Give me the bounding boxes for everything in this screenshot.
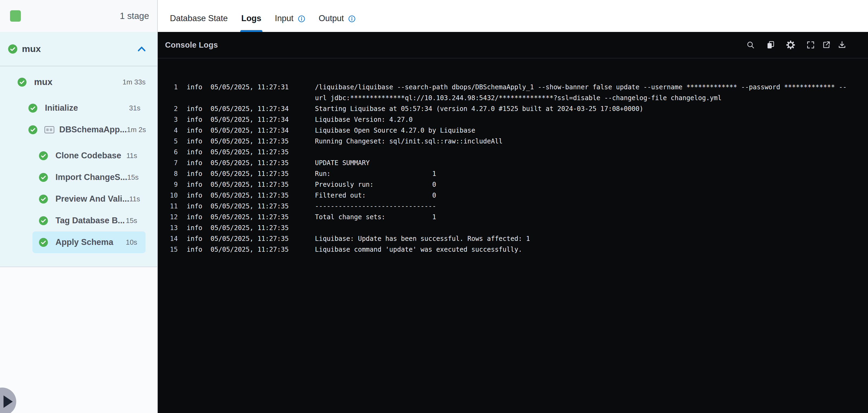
log-row: 2 info 05/05/2025, 11:27:34 Starting Liq… [158,104,868,114]
pipeline-name: mux [22,43,41,54]
success-check-icon [39,238,48,247]
step-row[interactable]: Import ChangeS... 15s [32,167,146,188]
chevron-up-icon[interactable] [137,46,146,52]
step-row[interactable]: Initialize 31s [22,97,146,119]
step-tree: mux 1m 33s Initialize 31s [0,66,157,253]
step-duration: 11s [129,195,140,203]
fullscreen-icon[interactable] [806,40,815,50]
log-row: 14 info 05/05/2025, 11:27:35 Liquibase: … [158,233,868,244]
step-label: mux [34,77,53,87]
log-level: info [187,233,203,244]
log-message: Previously run: 0 [315,179,436,190]
log-message: Filtered out: 0 [315,190,436,201]
step-row[interactable]: Tag Database B... 15s [32,210,146,231]
log-message-line: Run: 1 [315,168,436,179]
log-message-line: Starting Liquibase at 05:57:34 (version … [315,104,644,114]
pipeline-header-row[interactable]: mux [0,32,157,66]
log-message: Starting Liquibase at 05:57:34 (version … [315,104,644,114]
log-message: /liquibase/liquibase --search-path dbops… [315,82,847,104]
log-timestamp: 05/05/2025, 11:27:35 [211,136,289,147]
info-icon[interactable] [298,15,305,23]
step-duration: 15s [127,173,138,182]
tab[interactable]: Database State [170,0,228,32]
log-timestamp: 05/05/2025, 11:27:35 [211,233,289,244]
step-row[interactable]: DBSchemaApp... 1m 2s [22,119,146,141]
log-message: Total change sets: 1 [315,212,436,223]
log-message: Liquibase Version: 4.27.0 [315,114,413,125]
step-duration: 1m 2s [127,125,146,134]
info-icon[interactable] [348,15,355,23]
step-duration: 11s [126,152,137,160]
log-row: 4 info 05/05/2025, 11:27:34 Liquibase Op… [158,125,868,136]
step-label: Tag Database B... [56,216,125,226]
log-line-number: 15 [158,244,178,255]
log-line-number: 4 [158,125,178,136]
success-check-icon [8,45,17,54]
log-row: 13 info 05/05/2025, 11:27:35 [158,223,868,233]
log-message: Liquibase: Update has been successful. R… [315,233,530,244]
step-row[interactable]: Preview And Vali... 11s [32,188,146,210]
log-message-line: Liquibase: Update has been successful. R… [315,233,530,244]
log-message: Running Changeset: sql/init.sql::raw::in… [315,136,503,147]
log-message: UPDATE SUMMARY [315,157,370,168]
step-label: Preview And Vali... [56,194,129,204]
execution-sidebar: mux mux 1m 33s [0,32,158,267]
log-line-number: 8 [158,168,178,179]
log-timestamp: 05/05/2025, 11:27:35 [211,244,289,255]
log-message: ------------------------------- [315,201,436,212]
settings-icon[interactable] [786,40,795,50]
log-level: info [187,244,203,255]
step-label: Import ChangeS... [56,172,127,182]
log-timestamp: 05/05/2025, 11:27:35 [211,201,289,212]
tab[interactable]: Output [319,0,355,32]
step-label: Clone Codebase [56,151,121,160]
log-line-number: 11 [158,201,178,212]
log-level: info [187,168,203,179]
active-tab-underline [240,30,262,32]
log-line-number: 3 [158,114,178,125]
step-label: Initialize [45,103,78,113]
open-in-new-icon[interactable] [822,40,831,50]
log-timestamp: 05/05/2025, 11:27:31 [211,82,289,93]
step-row[interactable]: Clone Codebase 11s [32,145,146,167]
log-row: 9 info 05/05/2025, 11:27:35 Previously r… [158,179,868,190]
log-level: info [187,223,203,233]
download-icon[interactable] [837,40,847,50]
log-area: 1 info 05/05/2025, 11:27:31 /liquibase/l… [158,58,868,255]
copy-icon[interactable] [766,40,775,50]
log-row: 3 info 05/05/2025, 11:27:34 Liquibase Ve… [158,114,868,125]
log-timestamp: 05/05/2025, 11:27:35 [211,223,289,233]
step-row[interactable]: Apply Schema 10s [32,231,146,253]
log-line-number: 13 [158,223,178,233]
tab[interactable]: Input [275,0,305,32]
step-row[interactable]: mux 1m 33s [11,71,146,93]
success-check-icon [39,216,48,225]
log-level: info [187,190,203,201]
log-line-number: 2 [158,104,178,114]
step-duration: 15s [126,216,137,225]
log-timestamp: 05/05/2025, 11:27:35 [211,179,289,190]
step-label: DBSchemaApp... [59,125,127,135]
log-timestamp: 05/05/2025, 11:27:35 [211,147,289,157]
step-duration: 31s [129,104,141,112]
log-timestamp: 05/05/2025, 11:27:35 [211,212,289,223]
tab[interactable]: Logs [241,0,261,32]
log-message-line: Liquibase Version: 4.27.0 [315,114,413,125]
log-timestamp: 05/05/2025, 11:27:34 [211,104,289,114]
log-row: 5 info 05/05/2025, 11:27:35 Running Chan… [158,136,868,147]
log-message: Run: 1 [315,168,436,179]
step-label: Apply Schema [56,237,113,247]
log-row: 12 info 05/05/2025, 11:27:35 Total chang… [158,212,868,223]
log-timestamp: 05/05/2025, 11:27:34 [211,114,289,125]
log-level: info [187,147,203,157]
log-message-line: Filtered out: 0 [315,190,436,201]
log-row: 8 info 05/05/2025, 11:27:35 Run: 1 [158,168,868,179]
log-message-line: Total change sets: 1 [315,212,436,223]
stage-status-square-icon [10,10,21,22]
success-check-icon [18,78,27,87]
log-line-number: 7 [158,157,178,168]
search-icon[interactable] [746,40,755,50]
log-row: 6 info 05/05/2025, 11:27:35 [158,147,868,157]
log-timestamp: 05/05/2025, 11:27:35 [211,157,289,168]
log-message-line: ------------------------------- [315,201,436,212]
